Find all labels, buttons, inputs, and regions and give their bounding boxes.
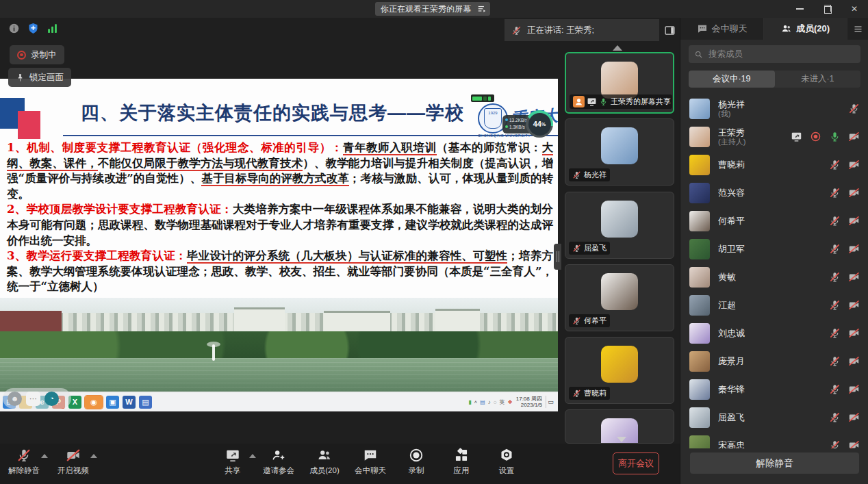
video-tile[interactable]: 何希平 <box>565 264 674 331</box>
mic-off-icon[interactable] <box>848 103 860 114</box>
minimize-button[interactable] <box>786 0 813 18</box>
cam-off-icon[interactable] <box>848 327 860 339</box>
cam-off-icon[interactable] <box>848 411 860 423</box>
mic-off-icon[interactable] <box>829 159 841 170</box>
mic-off-icon[interactable] <box>829 187 841 199</box>
member-row[interactable]: 江超 <box>680 291 868 319</box>
member-search[interactable] <box>689 45 860 63</box>
view-mode-button[interactable] <box>474 2 490 16</box>
toolbar-label: 成员(20) <box>309 466 339 476</box>
mic-off-icon[interactable] <box>829 271 841 283</box>
caret-up-icon[interactable] <box>249 454 256 458</box>
cam-off-icon[interactable] <box>848 159 860 170</box>
maximize-button[interactable] <box>813 0 841 18</box>
member-avatar <box>689 407 710 428</box>
mic-off-icon[interactable] <box>829 411 841 423</box>
member-row[interactable]: 杨光祥 (我) <box>680 94 868 123</box>
chat-icon <box>363 448 378 463</box>
member-row[interactable]: 秦华锋 <box>680 375 868 403</box>
strip-collapse-handle[interactable] <box>554 244 561 270</box>
university-name-en: CHONGQING UNIVERSITY <box>478 133 531 138</box>
mic-off-icon[interactable] <box>829 243 841 255</box>
mic-on-icon[interactable] <box>829 131 841 142</box>
member-row[interactable]: 黄敏 <box>680 263 868 291</box>
member-name: 庞景月 <box>718 356 821 366</box>
tile-label: 屈盈飞 <box>569 242 610 255</box>
toolbar-people-button[interactable]: 成员(20) <box>309 448 340 476</box>
search-input[interactable] <box>707 49 855 60</box>
member-name: 黄敏 <box>718 272 821 282</box>
toolbar-label: 会中聊天 <box>355 466 386 476</box>
toolbar-person-add-button[interactable]: 邀请参会 <box>263 448 294 476</box>
member-row[interactable]: 刘忠诚 <box>680 319 868 347</box>
panel-menu-button[interactable] <box>847 18 868 40</box>
cam-off-icon[interactable] <box>848 440 860 448</box>
scroll-up-arrow[interactable] <box>613 45 622 51</box>
badge-icon <box>573 96 585 107</box>
mic-off-icon[interactable] <box>829 383 841 395</box>
video-tile[interactable]: 屈盈飞 <box>565 192 674 259</box>
tile-avatar <box>601 201 638 238</box>
member-list: 杨光祥 (我) 王荣秀 (主持人) 曹晓莉 范兴容 何希平 <box>680 94 868 448</box>
member-name: 江超 <box>718 300 821 310</box>
member-row[interactable]: 庞景月 <box>680 347 868 375</box>
filter-in-meeting[interactable]: 会议中·19 <box>689 71 775 88</box>
side-panel-toggle[interactable] <box>661 22 678 38</box>
cam-off-icon[interactable] <box>848 187 860 199</box>
leave-meeting-button[interactable]: 离开会议 <box>613 453 659 474</box>
cam-off-icon[interactable] <box>848 355 860 367</box>
cam-off-icon[interactable] <box>848 383 860 395</box>
member-avatar <box>689 155 710 175</box>
member-row[interactable]: 胡卫军 <box>680 235 868 263</box>
member-name: 杨光祥 <box>718 99 841 110</box>
member-row[interactable]: 范兴容 <box>680 179 868 207</box>
member-row[interactable]: 宋高忠 <box>680 431 868 448</box>
member-row[interactable]: 曹晓莉 <box>680 151 868 179</box>
member-role: (主持人) <box>718 138 783 147</box>
lock-view-button[interactable]: 锁定画面 <box>8 68 71 87</box>
security-shield-icon[interactable] <box>27 23 39 34</box>
meeting-info-icon[interactable] <box>8 23 20 34</box>
member-row[interactable]: 何希平 <box>680 207 868 235</box>
tab-members[interactable]: 成员(20) <box>764 18 847 40</box>
watching-banner: 你正在观看王荣秀的屏幕 <box>375 2 476 16</box>
caret-up-icon[interactable] <box>90 454 97 458</box>
view-mode-icon <box>477 4 487 14</box>
tile-avatar <box>601 346 638 383</box>
toolbar-record-ring-button[interactable]: 录制 <box>401 448 431 476</box>
toolbar-gear-button[interactable]: 设置 <box>492 448 522 476</box>
cam-off-icon[interactable] <box>848 299 860 311</box>
close-button[interactable]: ✕ <box>841 0 868 18</box>
cam-off-icon[interactable] <box>848 215 860 227</box>
toolbar-mic-off-button[interactable]: 解除静音 <box>8 448 40 476</box>
mic-off-icon[interactable] <box>829 299 841 311</box>
filter-not-joined[interactable]: 未进入·1 <box>775 71 861 88</box>
cam-off-icon[interactable] <box>848 131 860 142</box>
mic-off-icon[interactable] <box>829 215 841 227</box>
unmute-button[interactable]: 解除静音 <box>690 453 859 474</box>
tab-chat[interactable]: 会中聊天 <box>680 18 764 40</box>
scroll-down-arrow[interactable] <box>617 437 626 442</box>
share-icon[interactable] <box>791 131 802 142</box>
mic-off-icon[interactable] <box>829 440 841 448</box>
taskbar-app-chat-app-icon: ▣ <box>106 396 119 409</box>
tile-label: 曹晓莉 <box>569 387 610 400</box>
toolbar-cam-off-button[interactable]: 开启视频 <box>58 448 89 476</box>
mic-off-icon[interactable] <box>829 355 841 367</box>
tile-avatar <box>601 273 638 310</box>
record-dot-icon[interactable] <box>810 131 821 142</box>
window-titlebar: 你正在观看王荣秀的屏幕 ✕ <box>0 0 868 18</box>
toolbar-chat-button[interactable]: 会中聊天 <box>355 448 386 476</box>
cam-off-icon[interactable] <box>848 271 860 283</box>
member-row[interactable]: 屈盈飞 <box>680 403 868 431</box>
toolbar-share-button[interactable]: 共享 <box>218 448 248 476</box>
tile-avatar <box>601 127 638 164</box>
video-tile[interactable]: 曹晓莉 <box>565 337 674 404</box>
video-tile[interactable]: 王荣秀的屏幕共享 <box>565 52 674 114</box>
mic-off-icon[interactable] <box>829 327 841 339</box>
toolbar-apps-button[interactable]: 应用 <box>446 448 476 476</box>
video-tile[interactable]: 杨光祥 <box>565 118 674 186</box>
caret-up-icon[interactable] <box>41 454 48 458</box>
member-row[interactable]: 王荣秀 (主持人) <box>680 123 868 151</box>
cam-off-icon[interactable] <box>848 243 860 255</box>
